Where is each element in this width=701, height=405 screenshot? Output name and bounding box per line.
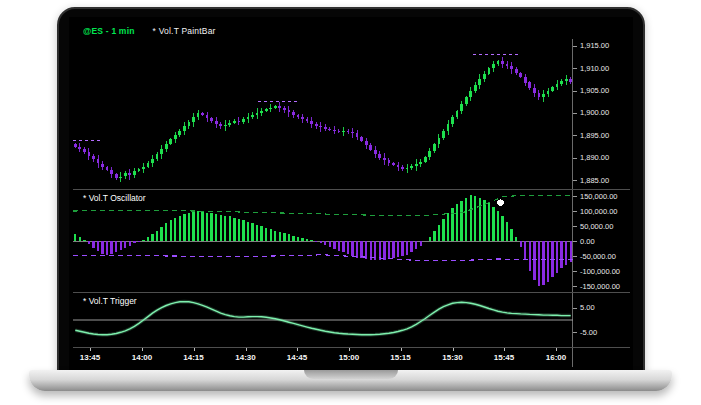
y-axis-tick <box>573 113 577 114</box>
symbol-interval-label[interactable]: @ES - 1 min <box>83 26 135 36</box>
time-axis-label: 15:45 <box>494 353 514 362</box>
time-axis-tick <box>349 348 350 351</box>
y-axis-tick <box>573 68 577 69</box>
trigger-panel: * Vol.T Trigger 5.00-5.00 <box>73 292 630 347</box>
time-axis[interactable]: 13:4514:0014:1514:3014:4515:0015:1515:30… <box>73 348 573 367</box>
y-axis-label: -150,000.00 <box>580 282 620 291</box>
y-axis-label: 0.00 <box>580 237 595 246</box>
y-axis-label: 1,915.00 <box>580 41 609 50</box>
trading-chart-window: @ES - 1 min * Vol.T PaintBar 1,915.001,9… <box>73 23 630 370</box>
trigger-line-svg[interactable] <box>73 293 573 347</box>
y-axis-tick <box>573 46 577 47</box>
y-axis-tick <box>573 256 577 257</box>
time-axis-tick <box>246 348 247 351</box>
y-axis-label: -5.00 <box>580 328 597 337</box>
y-axis-label: 1,910.00 <box>580 64 609 73</box>
y-axis-label: -50,000.00 <box>580 252 616 261</box>
oscillator-histogram-svg[interactable] <box>73 190 573 292</box>
time-axis-tick <box>401 348 402 351</box>
price-plot[interactable] <box>73 39 573 189</box>
price-axis[interactable]: 1,915.001,910.001,905.001,900.001,895.00… <box>573 39 629 189</box>
time-axis-label: 14:15 <box>183 353 203 362</box>
lower-band-line <box>73 255 573 261</box>
y-axis-label: -100,000.00 <box>580 267 620 276</box>
time-axis-label: 15:15 <box>390 353 410 362</box>
laptop-notch <box>304 370 398 379</box>
y-axis-tick <box>573 180 577 181</box>
y-axis-tick <box>573 211 577 212</box>
time-axis-label: 15:00 <box>339 353 359 362</box>
time-axis-label: 15:30 <box>442 353 462 362</box>
time-axis-tick <box>504 348 505 351</box>
y-axis-label: 1,885.00 <box>580 176 609 185</box>
oscillator-axis[interactable]: 150,000.00100,000.0050,000.000.00-50,000… <box>573 190 629 292</box>
price-candles-svg[interactable] <box>73 39 573 189</box>
time-axis-label: 14:30 <box>235 353 255 362</box>
time-axis-tick <box>142 348 143 351</box>
price-panel: 1,915.001,910.001,905.001,900.001,895.00… <box>73 39 630 189</box>
chart-header: @ES - 1 min * Vol.T PaintBar <box>73 23 630 39</box>
marker-dot <box>497 199 503 205</box>
time-axis-label: 16:00 <box>546 353 566 362</box>
paintbar-indicator-label[interactable]: * Vol.T PaintBar <box>153 26 216 36</box>
trigger-plot[interactable]: * Vol.T Trigger <box>73 293 573 347</box>
y-axis-tick <box>573 332 577 333</box>
y-axis-tick <box>573 135 577 136</box>
y-axis-tick <box>573 226 577 227</box>
time-axis-label: 14:00 <box>132 353 152 362</box>
oscillator-panel: * Vol.T Oscillator 150,000.00100,000.005… <box>73 189 630 292</box>
y-axis-tick <box>573 271 577 272</box>
trigger-title[interactable]: * Vol.T Trigger <box>83 296 137 306</box>
laptop-mockup: @ES - 1 min * Vol.T PaintBar 1,915.001,9… <box>0 0 701 405</box>
y-axis-tick <box>573 91 577 92</box>
time-axis-row: 13:4514:0014:1514:3014:4515:0015:1515:30… <box>73 347 630 367</box>
time-axis-corner <box>573 348 629 367</box>
y-axis-tick <box>573 196 577 197</box>
time-axis-label: 14:45 <box>287 353 307 362</box>
trigger-axis[interactable]: 5.00-5.00 <box>573 293 629 347</box>
trigger-line-glow <box>75 302 570 335</box>
time-axis-tick <box>194 348 195 351</box>
y-axis-tick <box>573 308 577 309</box>
y-axis-label: 1,905.00 <box>580 86 609 95</box>
time-axis-tick <box>453 348 454 351</box>
time-axis-tick <box>297 348 298 351</box>
y-axis-label: 100,000.00 <box>580 207 618 216</box>
time-axis-tick <box>90 348 91 351</box>
y-axis-label: 1,900.00 <box>580 108 609 117</box>
y-axis-tick <box>573 286 577 287</box>
y-axis-label: 5.00 <box>580 303 595 312</box>
y-axis-label: 1,895.00 <box>580 131 609 140</box>
y-axis-tick <box>573 241 577 242</box>
y-axis-label: 1,890.00 <box>580 153 609 162</box>
y-axis-label: 50,000.00 <box>580 222 613 231</box>
y-axis-tick <box>573 158 577 159</box>
oscillator-title[interactable]: * Vol.T Oscillator <box>83 193 146 203</box>
time-axis-label: 13:45 <box>80 353 100 362</box>
laptop-display: @ES - 1 min * Vol.T PaintBar 1,915.001,9… <box>69 17 633 370</box>
y-axis-label: 150,000.00 <box>580 192 618 201</box>
time-axis-tick <box>556 348 557 351</box>
laptop-screen: @ES - 1 min * Vol.T PaintBar 1,915.001,9… <box>57 7 645 372</box>
oscillator-plot[interactable]: * Vol.T Oscillator <box>73 190 573 292</box>
candlesticks <box>74 57 572 181</box>
